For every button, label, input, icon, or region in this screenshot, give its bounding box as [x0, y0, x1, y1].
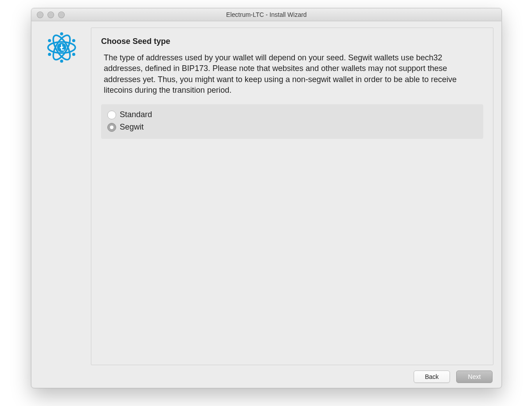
content-panel: Choose Seed type The type of addresses u…: [91, 28, 493, 365]
radio-label: Segwit: [120, 121, 144, 134]
wizard-icon-column: [39, 28, 84, 365]
install-wizard-window: Electrum-LTC - Install Wizard: [31, 8, 502, 388]
minimize-icon[interactable]: [47, 12, 54, 18]
electrum-ltc-icon: [46, 32, 77, 365]
page-heading: Choose Seed type: [101, 37, 483, 46]
titlebar[interactable]: Electrum-LTC - Install Wizard: [31, 8, 501, 21]
window-controls: [31, 12, 65, 18]
seed-type-description: The type of addresses used by your walle…: [104, 52, 481, 95]
radio-option-segwit[interactable]: Segwit: [107, 121, 477, 134]
svg-point-5: [48, 39, 51, 42]
svg-point-6: [72, 39, 75, 42]
zoom-icon[interactable]: [58, 12, 65, 18]
radio-label: Standard: [120, 109, 152, 121]
radio-button-icon[interactable]: [107, 123, 116, 132]
next-button[interactable]: Next: [456, 371, 493, 383]
svg-point-4: [60, 59, 63, 63]
svg-point-7: [48, 53, 51, 56]
svg-point-3: [60, 32, 63, 35]
svg-point-8: [72, 53, 75, 56]
window-body: Choose Seed type The type of addresses u…: [31, 21, 501, 388]
radio-option-standard[interactable]: Standard: [107, 109, 477, 121]
wizard-button-row: Back Next: [39, 365, 493, 383]
radio-button-icon[interactable]: [107, 110, 116, 119]
back-button[interactable]: Back: [414, 371, 450, 383]
close-icon[interactable]: [37, 12, 43, 18]
window-title: Electrum-LTC - Install Wizard: [31, 11, 501, 18]
seed-type-radio-group: Standard Segwit: [101, 104, 483, 139]
